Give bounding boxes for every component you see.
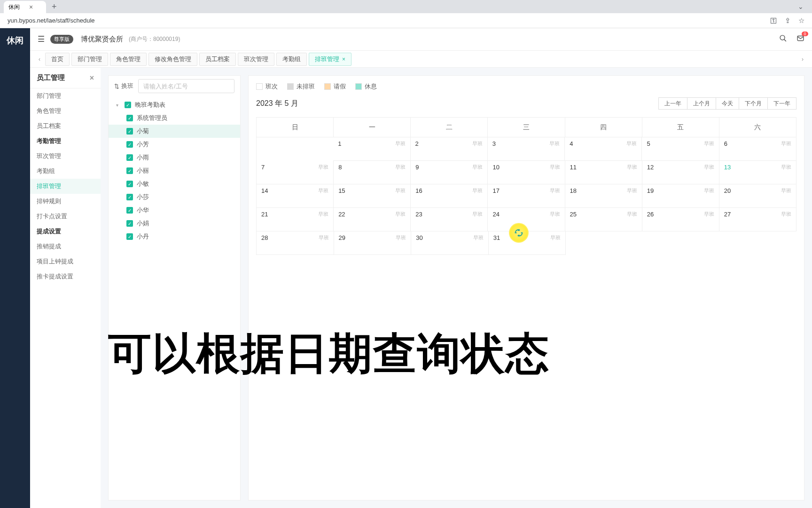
calendar-cell[interactable]: 1早班 [333, 137, 410, 161]
calendar-cell[interactable]: 7早班 [257, 161, 334, 184]
sidebar-item[interactable]: 部门管理 [30, 88, 101, 103]
page-tab[interactable]: 班次管理 [238, 53, 274, 66]
key-icon[interactable]: ⚿ [770, 16, 777, 25]
calendar-cell[interactable]: 29早班 [334, 231, 412, 255]
checkbox[interactable]: ✓ [126, 141, 133, 148]
browser-tab[interactable]: 休闲 × [4, 1, 46, 13]
calendar-cell[interactable]: 27早班 [719, 208, 796, 231]
mail-icon[interactable]: 0 [796, 34, 804, 44]
search-icon[interactable] [779, 34, 787, 44]
sidebar-item[interactable]: 项目上钟提成 [30, 254, 101, 269]
calendar-cell[interactable]: 15早班 [334, 184, 411, 208]
tree-item[interactable]: ✓小丹 [109, 230, 240, 243]
menu-toggle-icon[interactable]: ☰ [38, 34, 45, 44]
calendar-cell[interactable]: 16早班 [411, 184, 488, 208]
calendar-cell[interactable]: 13早班 [719, 161, 796, 184]
checkbox[interactable]: ✓ [126, 167, 133, 174]
calendar-cell[interactable]: 30早班 [411, 231, 489, 255]
calendar-cell[interactable]: 8早班 [334, 161, 411, 184]
tree-root[interactable]: ▾✓晚班考勤表 [109, 98, 240, 111]
day-number: 16 [415, 187, 422, 194]
sidebar-item[interactable]: 排钟规则 [30, 194, 101, 209]
calendar-cell[interactable]: 26早班 [642, 208, 719, 231]
star-icon[interactable]: ☆ [798, 16, 804, 25]
calendar-cell[interactable]: 9早班 [411, 161, 488, 184]
sidebar-item[interactable]: 考勤组 [30, 164, 101, 179]
calendar-cell[interactable]: 18早班 [565, 184, 642, 208]
url-text[interactable]: yun.bypos.net/lae/staff/schedule [8, 17, 95, 24]
weekday-header: 一 [334, 118, 411, 137]
checkbox[interactable]: ✓ [126, 128, 133, 135]
tree-item[interactable]: ✓小莎 [109, 190, 240, 204]
calendar-nav-button[interactable]: 今天 [716, 97, 739, 110]
chevron-down-icon[interactable]: ⌄ [798, 3, 804, 10]
tree-item[interactable]: ✓小敏 [109, 177, 240, 190]
calendar-cell[interactable]: 21早班 [257, 208, 334, 231]
calendar-nav-button[interactable]: 下个月 [739, 97, 768, 110]
swap-shift-button[interactable]: ⇅ 换班 [114, 82, 133, 90]
shift-label: 早班 [550, 187, 560, 194]
sidebar-item[interactable]: 打卡点设置 [30, 209, 101, 224]
calendar-cell[interactable]: 20早班 [719, 184, 796, 208]
calendar-nav-button[interactable]: 下一年 [767, 97, 796, 110]
page-tab[interactable]: 排班管理× [309, 53, 351, 66]
calendar-cell[interactable]: 28早班 [257, 231, 334, 255]
tree-item[interactable]: ✓小丽 [109, 164, 240, 177]
calendar-cell[interactable]: 5早班 [642, 137, 719, 161]
calendar-cell[interactable]: 4早班 [565, 137, 642, 161]
checkbox[interactable]: ✓ [126, 154, 133, 161]
checkbox[interactable]: ✓ [126, 233, 133, 240]
sidebar-item[interactable]: 班次管理 [30, 149, 101, 164]
sidebar-item[interactable]: 推销提成 [30, 239, 101, 254]
tree-item[interactable]: ✓小娟 [109, 217, 240, 230]
svg-line-1 [784, 40, 786, 41]
calendar-cell[interactable]: 23早班 [411, 208, 488, 231]
calendar-nav-button[interactable]: 上个月 [687, 97, 716, 110]
caret-icon: ▾ [116, 103, 121, 108]
calendar-cell[interactable]: 14早班 [257, 184, 334, 208]
tree-item[interactable]: ✓小雨 [109, 151, 240, 164]
tree-item[interactable]: ✓小芳 [109, 138, 240, 151]
calendar-cell[interactable]: 22早班 [334, 208, 411, 231]
day-number: 28 [261, 234, 268, 241]
checkbox[interactable]: ✓ [126, 115, 133, 121]
calendar-cell[interactable]: 10早班 [488, 161, 565, 184]
close-icon[interactable]: × [342, 56, 345, 63]
calendar-cell[interactable]: 6早班 [719, 137, 796, 161]
calendar-cell[interactable]: 17早班 [488, 184, 565, 208]
checkbox[interactable]: ✓ [126, 194, 133, 200]
checkbox[interactable]: ✓ [126, 207, 133, 214]
tabs-scroll-right[interactable]: › [797, 56, 808, 63]
calendar-cell[interactable]: 2早班 [411, 137, 488, 161]
page-tab[interactable]: 角色管理 [110, 53, 147, 66]
sidebar-item[interactable]: 推卡提成设置 [30, 269, 101, 284]
share-icon[interactable]: ⇪ [785, 16, 791, 25]
sidebar-item[interactable]: 角色管理 [30, 103, 101, 119]
calendar-cell[interactable]: 25早班 [565, 208, 642, 231]
sidebar-group: 提成设置 [30, 224, 101, 239]
page-tab[interactable]: 首页 [45, 53, 70, 66]
tree-item[interactable]: ✓小华 [109, 204, 240, 217]
page-tab[interactable]: 修改角色管理 [148, 53, 197, 66]
close-icon[interactable]: × [90, 74, 94, 82]
calendar-cell[interactable]: 19早班 [642, 184, 719, 208]
checkbox[interactable]: ✓ [126, 181, 133, 187]
page-tab[interactable]: 考勤组 [276, 53, 307, 66]
page-tab[interactable]: 部门管理 [71, 53, 108, 66]
swap-label: 换班 [121, 82, 133, 90]
tabs-scroll-left[interactable]: ‹ [34, 56, 45, 63]
checkbox[interactable]: ✓ [126, 220, 133, 227]
calendar-cell[interactable]: 12早班 [642, 161, 719, 184]
new-tab-button[interactable]: + [52, 2, 57, 12]
calendar-cell[interactable]: 11早班 [565, 161, 642, 184]
sidebar-item[interactable]: 员工档案 [30, 119, 101, 134]
calendar-nav-button[interactable]: 上一年 [658, 97, 687, 110]
staff-search-input[interactable] [138, 79, 234, 93]
tree-item[interactable]: ✓系统管理员 [109, 111, 240, 125]
checkbox[interactable]: ✓ [125, 102, 131, 108]
tree-item[interactable]: ✓小菊 [109, 125, 240, 138]
calendar-cell[interactable]: 3早班 [488, 137, 565, 161]
page-tab[interactable]: 员工档案 [199, 53, 236, 66]
close-icon[interactable]: × [29, 3, 33, 11]
sidebar-item[interactable]: 排班管理 [30, 179, 101, 194]
